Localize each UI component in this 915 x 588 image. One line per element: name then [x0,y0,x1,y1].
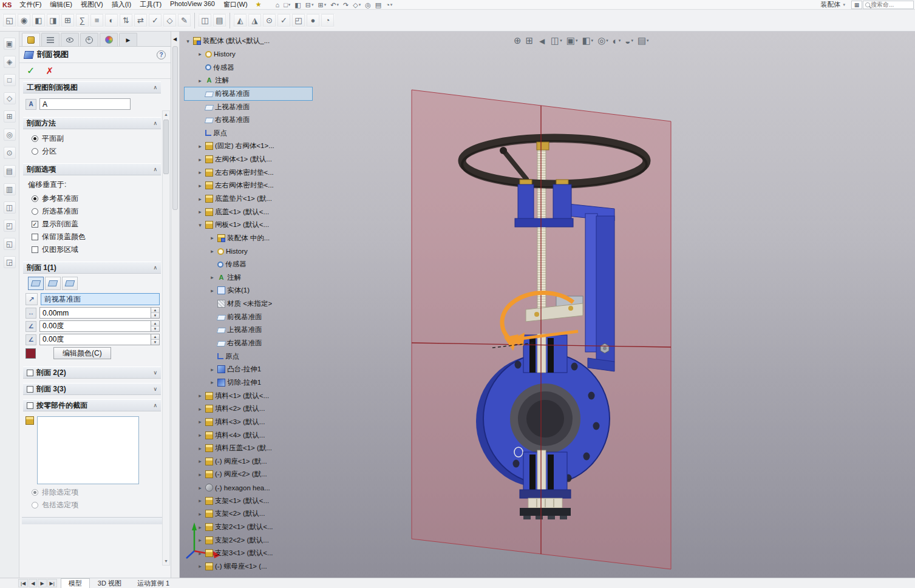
side-tool-icon-13[interactable]: ◲ [4,256,16,268]
chevron-down-icon[interactable]: ▾ [560,38,562,43]
view-orientation-icon[interactable]: ▣▾ [566,35,578,46]
section-3-checkbox[interactable] [27,386,33,393]
side-tool-icon-12[interactable]: ◱ [4,238,16,250]
expand-arrow-icon[interactable]: ▸ [197,458,203,464]
tool-icon-17[interactable]: ◮ [248,13,262,27]
radio-icon[interactable] [32,489,38,496]
print-icon[interactable]: ⊞▾ [316,1,328,9]
tree-item[interactable]: 材质 <未指定> [185,297,312,311]
spin-up-icon[interactable]: ▲ [151,321,159,326]
collapse-chevron-icon[interactable]: ∧ [153,265,157,271]
collapse-chevron-icon[interactable]: ∧ [153,84,157,90]
hide-show-items-icon[interactable]: ◎▾ [597,35,608,46]
scroll-thumb[interactable] [163,120,169,174]
expand-arrow-icon[interactable]: ▸ [197,143,203,149]
expand-arrow-icon[interactable]: ▸ [197,51,203,57]
collapse-chevron-icon[interactable]: ∧ [153,120,157,126]
tool-icon-22[interactable]: ◔ [321,13,335,27]
favorites-star-icon[interactable]: ★ [252,1,265,8]
side-tool-icon-1[interactable]: ▣ [4,38,16,50]
select-icon[interactable]: ◇▾ [351,1,362,9]
front-plane-button[interactable] [28,277,44,290]
tree-item[interactable]: ▸(-) 阀座<2> (默... [185,468,312,481]
tree-item[interactable]: ▸支架2<2> (默认... [185,533,312,547]
chevron-down-icon[interactable]: ▾ [288,2,291,7]
chevron-down-icon[interactable]: ▾ [591,38,594,43]
redo-icon[interactable]: ↷ [341,1,350,9]
rebuild-icon[interactable]: ◎ [363,1,373,9]
tree-item[interactable]: ▸注解 [185,271,312,285]
scroll-up-icon[interactable]: ▲ [164,111,168,118]
search-input[interactable] [871,1,906,8]
menu-item[interactable]: PhotoView 360 [166,0,219,10]
expand-arrow-icon[interactable]: ▸ [197,393,203,399]
tree-item[interactable]: 右视基准面 [185,337,312,350]
expand-arrow-icon[interactable]: ▸ [197,471,203,478]
group-section-by-component-header[interactable]: 按零部件的截面 ∧ [23,399,161,411]
tree-item[interactable]: 前视基准面 [185,310,312,323]
tree-item[interactable]: ▸底盖<1> (默认<... [185,205,312,218]
check-icon[interactable] [32,234,38,240]
tool-icon-15[interactable]: ▤ [213,13,226,27]
top-plane-button[interactable] [45,277,61,290]
tab-display-pane[interactable] [61,33,79,46]
tree-item[interactable]: 原点 [185,126,312,140]
tool-icon-10[interactable]: ⇄ [134,13,148,27]
side-tool-icon-6[interactable]: ◎ [4,129,16,141]
ok-button[interactable]: ✓ [27,65,35,76]
radio-option[interactable]: 所选基准面 [26,205,160,218]
radio-option[interactable]: 排除选定项 [26,486,160,499]
radio-icon[interactable] [32,195,38,202]
check-icon[interactable] [32,246,38,253]
check-icon[interactable]: ✓ [32,221,38,228]
panel-scrollbar[interactable]: ▲ ▼ [162,110,170,566]
radio-icon[interactable] [32,135,38,142]
tool-icon-3[interactable]: ◧ [32,13,46,27]
tree-item[interactable]: ▸填料<1> (默认<... [185,389,312,402]
splitter-thumb[interactable] [172,46,178,210]
tree-item[interactable]: 右视基准面 [185,113,312,127]
tool-icon-14[interactable]: ◫ [198,13,212,27]
tool-icon-16[interactable]: ◭ [233,13,247,27]
tree-item[interactable]: ▸底盖垫片<1> (默... [185,192,312,206]
side-tool-icon-8[interactable]: ▤ [4,165,16,177]
undo-icon[interactable]: ↶▾ [328,1,341,9]
expand-arrow-icon[interactable]: ▸ [197,563,203,569]
radio-option[interactable]: 参考基准面 [26,192,160,205]
tool-icon-8[interactable]: ◐ [104,13,118,27]
expand-arrow-icon[interactable]: ▸ [197,419,203,425]
expand-arrow-icon[interactable]: ▸ [197,511,203,517]
collapse-chevron-icon[interactable]: ∨ [153,386,157,392]
radio-option[interactable]: 分区 [26,145,160,158]
offset-distance-input[interactable] [39,307,151,319]
x-rotation-input[interactable] [39,320,151,332]
tab-运动算例 1[interactable]: 运动算例 1 [129,578,177,588]
collapse-chevron-icon[interactable]: ∨ [153,370,157,376]
reference-pick-icon[interactable]: ↗ [26,293,38,305]
tree-item[interactable]: ▸(固定) 右阀体<1>... [185,140,312,153]
tree-item[interactable]: ▸填料<4> (默认... [185,428,312,442]
zoom-area-icon[interactable]: ⊞ [526,35,534,46]
group-section-2-header[interactable]: 剖面 2(2) ∨ [23,367,161,379]
tab-模型[interactable]: 模型 [61,578,90,588]
spin-down-icon[interactable]: ▼ [151,339,159,345]
menu-item[interactable]: 插入(I) [107,0,135,10]
spinner-buttons[interactable]: ▲▼ [151,334,160,345]
tab-feature-manager[interactable] [41,33,60,46]
tree-item[interactable]: ▸填料<2> (默认... [185,402,312,416]
group-section-options-header[interactable]: 剖面选项 ∧ [23,163,161,175]
display-style-icon[interactable]: ◧▾ [582,35,593,46]
tree-item[interactable]: ▸支架<1> (默认<... [185,494,312,507]
edit-color-button[interactable]: 编辑颜色(C) [53,347,111,359]
collapse-chevron-icon[interactable]: ∧ [153,402,157,408]
spinner-buttons[interactable]: ▲▼ [151,307,160,319]
graphics-viewport[interactable]: ⊕⊞◄◫▾▣▾◧▾◎▾◐▾◒▾▤▾ ▾装配体 (默认<默认_...▸Histor… [180,32,915,578]
by-component-checkbox[interactable] [27,402,33,409]
scroll-track[interactable] [163,118,169,558]
expand-arrow-icon[interactable]: ▸ [209,274,216,280]
right-plane-button[interactable] [62,277,78,290]
tree-item[interactable]: ▾装配体 (默认<默认_... [185,35,312,48]
radio-icon[interactable] [32,502,38,509]
view-settings-icon[interactable]: ▤▾ [638,35,649,46]
expand-arrow-icon[interactable]: ▸ [209,248,216,254]
